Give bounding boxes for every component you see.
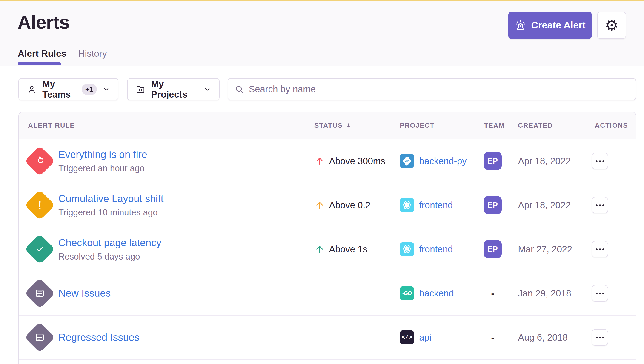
team-cell: EP	[484, 240, 502, 258]
table-row[interactable]: New Issues -GO backend - Jan 29, 2018	[19, 272, 636, 316]
team-cell: -	[484, 288, 502, 298]
python-icon	[400, 154, 414, 168]
code-icon: </>	[400, 330, 414, 344]
alert-rule-subtitle: Resolved 5 days ago	[58, 252, 161, 262]
tab-alert-rules[interactable]: Alert Rules	[18, 48, 66, 59]
row-actions-button[interactable]	[592, 329, 608, 346]
project-link[interactable]: api	[419, 332, 431, 343]
column-header-created: CREATED	[518, 122, 553, 129]
arrow-up-icon	[314, 200, 325, 210]
react-icon	[400, 198, 414, 212]
status-text: Above 1s	[329, 244, 367, 254]
search-box	[228, 78, 636, 100]
page-title: Alerts	[18, 12, 69, 33]
check-icon	[35, 244, 45, 254]
page-header: Alerts Create Alert ⚙ Alert Rules Histor…	[0, 2, 644, 66]
table-row-partial	[19, 360, 636, 364]
project-cell: </> api	[400, 330, 431, 344]
created-date: Mar 27, 2022	[518, 244, 572, 254]
table-row[interactable]: ! Cumulative Layout shift Triggered 10 m…	[19, 183, 636, 227]
alert-rule-link[interactable]: Regressed Issues	[58, 332, 139, 343]
teams-count-badge: +1	[82, 84, 97, 95]
siren-icon	[515, 19, 527, 31]
create-alert-button[interactable]: Create Alert	[508, 12, 592, 39]
table-row[interactable]: Everything is on fire Triggered an hour …	[19, 139, 636, 183]
team-cell: EP	[484, 152, 502, 170]
issues-stack-icon	[35, 288, 45, 298]
issue-alert-diamond-icon	[25, 322, 55, 353]
row-actions-button[interactable]	[592, 241, 608, 258]
row-actions-button[interactable]	[592, 285, 608, 302]
alert-rules-table: ALERT RULE STATUS PROJECT TEAM CREATED A…	[18, 112, 636, 364]
active-tab-underline	[18, 62, 61, 65]
resolved-alert-diamond-icon	[25, 234, 55, 264]
team-avatar: EP	[484, 240, 502, 258]
project-link[interactable]: backend-py	[419, 156, 467, 166]
project-cell: frontend	[400, 198, 453, 212]
alert-rule-link[interactable]: Checkout page latency	[58, 237, 161, 248]
my-teams-label: My Teams	[42, 79, 76, 100]
issues-stack-icon	[35, 332, 45, 343]
project-cell: backend-py	[400, 154, 467, 168]
alert-rule-subtitle: Triggered 10 minutes ago	[58, 208, 163, 218]
alert-rule-link[interactable]: Cumulative Layout shift	[58, 193, 163, 204]
team-cell: EP	[484, 196, 502, 214]
row-actions-button[interactable]	[592, 197, 608, 213]
alert-rule-link[interactable]: New Issues	[58, 288, 111, 299]
go-icon: -GO	[400, 286, 414, 300]
settings-button[interactable]: ⚙	[597, 12, 626, 39]
exclamation-icon: !	[38, 198, 42, 212]
team-empty-dash: -	[491, 288, 494, 298]
project-link[interactable]: frontend	[419, 200, 453, 210]
my-projects-label: My Projects	[151, 79, 198, 100]
my-teams-filter-button[interactable]: My Teams +1	[18, 78, 118, 100]
project-link[interactable]: backend	[419, 288, 454, 298]
ellipsis-icon	[596, 248, 604, 250]
team-avatar: EP	[484, 196, 502, 214]
status-text: Above 0.2	[329, 200, 370, 210]
row-actions-button[interactable]	[592, 153, 608, 169]
arrow-up-icon	[314, 156, 325, 166]
gear-icon: ⚙	[605, 18, 618, 33]
status-cell: Above 1s	[314, 244, 367, 254]
chevron-down-icon	[102, 86, 110, 93]
tab-history[interactable]: History	[78, 48, 107, 59]
team-cell: -	[484, 332, 502, 343]
my-projects-filter-button[interactable]: My Projects	[127, 78, 220, 100]
critical-alert-diamond-icon	[25, 146, 55, 176]
project-link[interactable]: frontend	[419, 244, 453, 254]
project-folder-code-icon	[135, 84, 145, 94]
created-date: Jan 29, 2018	[518, 288, 571, 298]
alert-rule-subtitle: Triggered an hour ago	[58, 164, 147, 174]
column-header-team: TEAM	[484, 122, 505, 129]
column-header-actions: ACTIONS	[595, 122, 628, 129]
sort-descending-icon	[345, 122, 352, 129]
issue-alert-diamond-icon	[25, 278, 55, 309]
alert-rule-link[interactable]: Everything is on fire	[58, 149, 147, 160]
ellipsis-icon	[596, 204, 604, 206]
status-cell: Above 300ms	[314, 156, 385, 166]
react-icon	[400, 242, 414, 256]
column-header-status[interactable]: STATUS	[314, 122, 352, 129]
team-empty-dash: -	[491, 332, 494, 343]
status-text: Above 300ms	[329, 156, 385, 166]
arrow-up-icon	[314, 244, 325, 254]
create-alert-label: Create Alert	[531, 20, 586, 31]
warning-alert-diamond-icon: !	[25, 190, 55, 220]
created-date: Apr 18, 2022	[518, 156, 571, 166]
ellipsis-icon	[596, 337, 604, 338]
ellipsis-icon	[596, 160, 604, 162]
created-date: Aug 6, 2018	[518, 332, 568, 343]
user-icon	[27, 84, 37, 94]
project-cell: frontend	[400, 242, 453, 256]
search-input[interactable]	[249, 84, 629, 94]
table-row[interactable]: Checkout page latency Resolved 5 days ag…	[19, 227, 636, 272]
column-header-alert-rule: ALERT RULE	[28, 122, 75, 129]
created-date: Apr 18, 2022	[518, 200, 571, 210]
ellipsis-icon	[596, 292, 604, 294]
team-avatar: EP	[484, 152, 502, 170]
chevron-down-icon	[203, 86, 211, 93]
table-row[interactable]: Regressed Issues </> api - Aug 6, 2018	[19, 316, 636, 360]
column-header-project: PROJECT	[400, 122, 435, 129]
search-icon	[235, 84, 244, 94]
